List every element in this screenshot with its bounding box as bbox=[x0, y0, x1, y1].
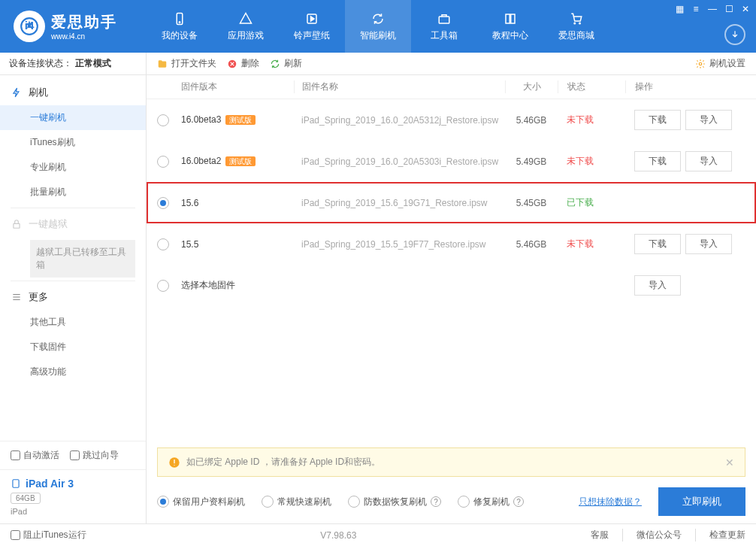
firmware-name: iPad_Spring_2019_16.0_20A5303i_Restore.i… bbox=[301, 156, 498, 167]
nav-ringtone[interactable]: 铃声壁纸 bbox=[279, 0, 345, 53]
local-firmware-label: 选择本地固件 bbox=[181, 280, 235, 290]
firmware-name: iPad_Spring_2019_15.6_19G71_Restore.ipsw bbox=[301, 198, 488, 208]
download-progress-icon[interactable] bbox=[724, 24, 745, 45]
sidebar-oneclick-flash[interactable]: 一键刷机 bbox=[0, 105, 146, 130]
firmware-version: 15.5 bbox=[181, 239, 198, 250]
sidebar-download-firmware[interactable]: 下载固件 bbox=[0, 335, 146, 359]
app-title: 爱思助手 bbox=[51, 12, 117, 32]
refresh-icon bbox=[370, 11, 386, 26]
firmware-radio[interactable] bbox=[157, 156, 169, 168]
download-button[interactable]: 下载 bbox=[634, 151, 681, 171]
svg-rect-8 bbox=[14, 223, 20, 228]
sidebar-itunes-flash[interactable]: iTunes刷机 bbox=[0, 130, 146, 155]
main-nav: 我的设备 应用游戏 铃声壁纸 智能刷机 工具箱 教程中心 爱思商城 bbox=[147, 0, 609, 53]
nav-tutorials[interactable]: 教程中心 bbox=[477, 0, 543, 53]
start-flash-button[interactable]: 立即刷机 bbox=[658, 487, 745, 516]
toolbar: 打开文件夹 删除 刷新 刷机设置 bbox=[147, 53, 756, 75]
open-folder-button[interactable]: 打开文件夹 bbox=[157, 57, 216, 70]
close-icon[interactable]: ✕ bbox=[739, 3, 751, 15]
connection-status: 设备连接状态： 正常模式 bbox=[0, 53, 146, 75]
option-quick[interactable]: 常规快速刷机 bbox=[262, 496, 331, 508]
gear-icon bbox=[695, 59, 706, 69]
list-icon bbox=[11, 291, 23, 303]
firmware-row[interactable]: 15.5 iPad_Spring_2019_15.5_19F77_Restore… bbox=[147, 223, 756, 265]
refresh-button[interactable]: 刷新 bbox=[270, 57, 302, 70]
option-repair[interactable]: 修复刷机? bbox=[458, 496, 524, 508]
sidebar-pro-flash[interactable]: 专业刷机 bbox=[0, 155, 146, 180]
firmware-row[interactable]: 16.0beta3测试版 iPad_Spring_2019_16.0_20A53… bbox=[147, 99, 756, 141]
option-keep-data[interactable]: 保留用户资料刷机 bbox=[157, 496, 245, 508]
music-icon bbox=[304, 11, 319, 26]
nav-device[interactable]: 我的设备 bbox=[147, 0, 213, 53]
sidebar-other-tools[interactable]: 其他工具 bbox=[0, 310, 146, 335]
sidebar-batch-flash[interactable]: 批量刷机 bbox=[0, 180, 146, 205]
help-icon[interactable]: ? bbox=[431, 496, 441, 507]
lock-icon bbox=[11, 218, 23, 230]
firmware-radio[interactable] bbox=[157, 238, 169, 250]
minimize-icon[interactable]: — bbox=[706, 3, 718, 15]
toolbox-icon bbox=[437, 11, 452, 26]
svg-text:i4: i4 bbox=[25, 19, 35, 32]
footer-support[interactable]: 客服 bbox=[591, 529, 609, 541]
firmware-radio[interactable] bbox=[157, 114, 169, 126]
firmware-size: 5.45GB bbox=[505, 198, 558, 208]
import-button[interactable]: 导入 bbox=[634, 275, 681, 296]
option-anti-recovery[interactable]: 防数据恢复刷机? bbox=[348, 496, 441, 508]
block-itunes-checkbox[interactable]: 阻止iTunes运行 bbox=[11, 529, 86, 541]
sidebar-flash-section[interactable]: 刷机 bbox=[0, 80, 146, 105]
menu-icon[interactable]: ▦ bbox=[673, 3, 685, 15]
nav-store[interactable]: 爱思商城 bbox=[543, 0, 609, 53]
firmware-status: 未下载 bbox=[558, 238, 625, 250]
maximize-icon[interactable]: ☐ bbox=[723, 3, 735, 15]
warning-close-icon[interactable]: ✕ bbox=[725, 457, 734, 469]
erase-data-link[interactable]: 只想抹除数据？ bbox=[579, 496, 642, 508]
nav-flash[interactable]: 智能刷机 bbox=[345, 0, 411, 53]
flash-icon bbox=[11, 86, 23, 99]
local-firmware-row[interactable]: 选择本地固件 导入 bbox=[147, 265, 756, 306]
download-button[interactable]: 下载 bbox=[634, 110, 681, 130]
sidebar-jailbreak-section: 一键越狱 bbox=[0, 211, 146, 237]
book-icon bbox=[503, 11, 518, 26]
app-subtitle: www.i4.cn bbox=[51, 32, 117, 41]
device-type: iPad bbox=[11, 507, 135, 516]
tablet-icon bbox=[11, 478, 21, 489]
firmware-row[interactable]: 16.0beta2测试版 iPad_Spring_2019_16.0_20A53… bbox=[147, 141, 756, 182]
import-button[interactable]: 导入 bbox=[685, 110, 732, 130]
folder-icon bbox=[157, 59, 168, 69]
beta-badge: 测试版 bbox=[225, 156, 256, 166]
footer-wechat[interactable]: 微信公众号 bbox=[622, 529, 682, 541]
skip-wizard-checkbox[interactable]: 跳过向导 bbox=[70, 449, 119, 462]
nav-apps[interactable]: 应用游戏 bbox=[213, 0, 279, 53]
col-size-header: 大小 bbox=[505, 80, 558, 93]
download-button[interactable]: 下载 bbox=[634, 234, 681, 254]
svg-point-11 bbox=[699, 62, 702, 65]
app-version: V7.98.63 bbox=[320, 530, 356, 541]
list-icon[interactable]: ≡ bbox=[690, 3, 702, 15]
sidebar-more-section[interactable]: 更多 bbox=[0, 284, 146, 310]
delete-button[interactable]: 删除 bbox=[227, 57, 259, 70]
flash-settings-button[interactable]: 刷机设置 bbox=[695, 57, 745, 70]
svg-point-7 bbox=[579, 23, 581, 24]
jailbreak-notice: 越狱工具已转移至工具箱 bbox=[30, 240, 135, 278]
firmware-row[interactable]: 15.6 iPad_Spring_2019_15.6_19G71_Restore… bbox=[147, 182, 756, 223]
warning-text: 如已绑定 Apple ID ，请准备好 Apple ID和密码。 bbox=[186, 456, 380, 469]
warning-icon bbox=[168, 457, 180, 469]
footer-update[interactable]: 检查更新 bbox=[695, 529, 745, 541]
window-controls: ▦ ≡ — ☐ ✕ bbox=[673, 3, 751, 15]
firmware-radio[interactable] bbox=[157, 197, 169, 209]
firmware-radio[interactable] bbox=[157, 280, 169, 292]
firmware-size: 5.46GB bbox=[505, 239, 558, 250]
import-button[interactable]: 导入 bbox=[685, 234, 732, 254]
help-icon[interactable]: ? bbox=[513, 496, 524, 507]
footer: 阻止iTunes运行 V7.98.63 客服 微信公众号 检查更新 bbox=[0, 523, 756, 546]
col-name-header: 固件名称 bbox=[294, 80, 505, 93]
auto-activate-checkbox[interactable]: 自动激活 bbox=[11, 449, 59, 462]
firmware-table: 16.0beta3测试版 iPad_Spring_2019_16.0_20A53… bbox=[147, 99, 756, 441]
svg-rect-5 bbox=[439, 17, 449, 23]
warning-bar: 如已绑定 Apple ID ，请准备好 Apple ID和密码。 ✕ bbox=[157, 447, 745, 477]
nav-toolbox[interactable]: 工具箱 bbox=[411, 0, 477, 53]
import-button[interactable]: 导入 bbox=[685, 151, 732, 171]
sidebar-advanced[interactable]: 高级功能 bbox=[0, 359, 146, 384]
firmware-name: iPad_Spring_2019_15.5_19F77_Restore.ipsw bbox=[301, 239, 486, 250]
apps-icon bbox=[238, 11, 253, 26]
